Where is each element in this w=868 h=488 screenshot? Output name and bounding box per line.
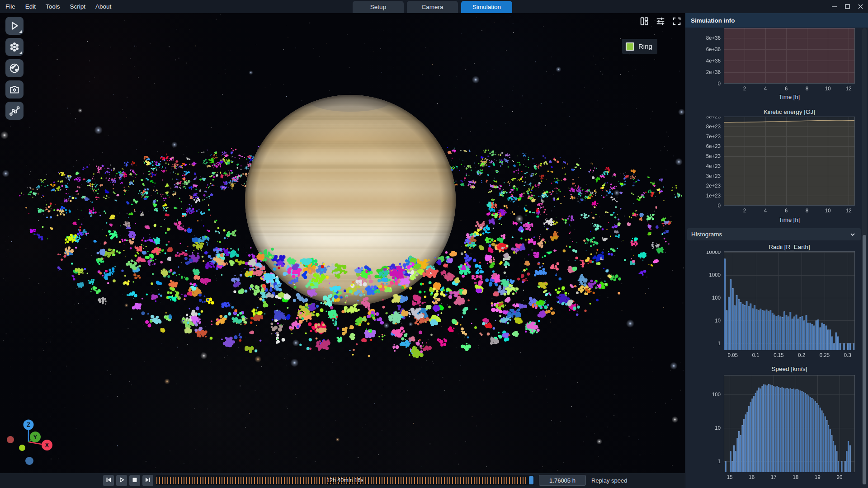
panel-scrollbar[interactable]	[862, 28, 867, 485]
main-tabs: Setup Camera Simulation	[353, 1, 512, 13]
ring-legend-label: Ring	[638, 42, 652, 50]
radii-histogram	[690, 251, 859, 360]
chevron-down-icon	[849, 231, 856, 238]
tab-camera[interactable]: Camera	[407, 1, 458, 13]
globe-icon	[9, 62, 20, 74]
panel-title: Simulation info	[691, 17, 735, 24]
close-button[interactable]	[858, 4, 863, 9]
histograms-section-header[interactable]: Histograms	[687, 228, 861, 240]
kinetic-energy-chart	[690, 117, 859, 216]
maximize-button[interactable]	[844, 4, 850, 9]
viewport-toolbar	[5, 17, 24, 120]
kinetic-energy-title: Kinetic energy [GJ]	[724, 108, 855, 115]
menu-bar: File Edit Tools Script About	[5, 0, 111, 13]
play-button[interactable]	[116, 475, 127, 486]
panel-scrollbar-thumb[interactable]	[863, 235, 866, 484]
timeline-slider[interactable]: 12h 40min 16s	[156, 475, 534, 485]
play-icon	[9, 20, 20, 32]
chart0-xlabel: Time [h]	[724, 94, 855, 100]
particles-icon	[9, 41, 20, 53]
globe-button[interactable]	[5, 59, 24, 77]
ring-legend-swatch	[626, 42, 634, 51]
replay-speed-value[interactable]: 1.76005 h	[539, 475, 586, 486]
menu-about[interactable]: About	[95, 3, 111, 10]
stop-icon	[132, 477, 138, 485]
gizmo-neg-y[interactable]	[19, 445, 25, 451]
stop-button[interactable]	[129, 475, 140, 486]
layout-panels-icon[interactable]	[639, 16, 649, 26]
fullscreen-icon[interactable]	[672, 16, 682, 26]
camera-gear-icon	[9, 84, 20, 95]
gizmo-y-label: Y	[33, 433, 38, 441]
chart1-xlabel: Time [h]	[724, 216, 855, 223]
skip-to-start-button[interactable]	[103, 475, 114, 486]
viewport-overlay-controls	[639, 16, 682, 26]
histograms-header-label: Histograms	[691, 231, 722, 238]
play-icon	[118, 477, 125, 485]
skip-to-start-icon	[105, 477, 112, 485]
graph-button[interactable]	[5, 102, 24, 120]
app-window: Ring Z Y X File Edit Tools Script About …	[0, 0, 868, 488]
titlebar: File Edit Tools Script About Setup Camer…	[0, 0, 868, 13]
gizmo-neg-z[interactable]	[25, 457, 33, 465]
space-render-canvas[interactable]	[0, 13, 685, 473]
camera-settings-button[interactable]	[5, 80, 24, 99]
gizmo-x-label: X	[45, 441, 49, 449]
node-graph-icon	[9, 105, 20, 117]
current-time-label: 12h 40min 16s	[156, 475, 534, 485]
menu-edit[interactable]: Edit	[25, 3, 36, 10]
simulation-info-panel: Simulation info Time [h] Kinetic energy …	[685, 13, 868, 488]
ring-legend[interactable]: Ring	[622, 39, 657, 54]
skip-to-end-icon	[145, 477, 151, 485]
tab-setup[interactable]: Setup	[353, 1, 404, 13]
3d-viewport[interactable]: Ring Z Y X	[0, 13, 685, 473]
minimize-button[interactable]	[831, 4, 837, 9]
menu-script[interactable]: Script	[70, 3, 86, 10]
tab-simulation[interactable]: Simulation	[461, 1, 512, 13]
mass-chart	[690, 28, 859, 94]
speed-histogram-title: Speed [km/s]	[724, 366, 855, 372]
radii-histogram-title: Radii [R_Earth]	[724, 244, 855, 250]
gizmo-z-label: Z	[27, 421, 31, 428]
window-controls	[831, 0, 863, 13]
menu-tools[interactable]: Tools	[46, 3, 60, 10]
particles-button[interactable]	[5, 38, 24, 56]
axis-gizmo[interactable]: Z Y X	[6, 416, 58, 469]
sliders-icon[interactable]	[656, 16, 665, 26]
menu-file[interactable]: File	[5, 3, 15, 10]
skip-to-end-button[interactable]	[142, 475, 153, 486]
playback-bar: 12h 40min 16s 1.76005 h Replay speed	[0, 473, 685, 488]
replay-speed-label: Replay speed	[591, 473, 627, 488]
panel-header: Simulation info	[685, 13, 868, 28]
play-simulation-button[interactable]	[5, 17, 24, 35]
gizmo-neg-x[interactable]	[7, 436, 14, 443]
transport-controls	[103, 475, 153, 486]
speed-histogram	[690, 375, 859, 482]
